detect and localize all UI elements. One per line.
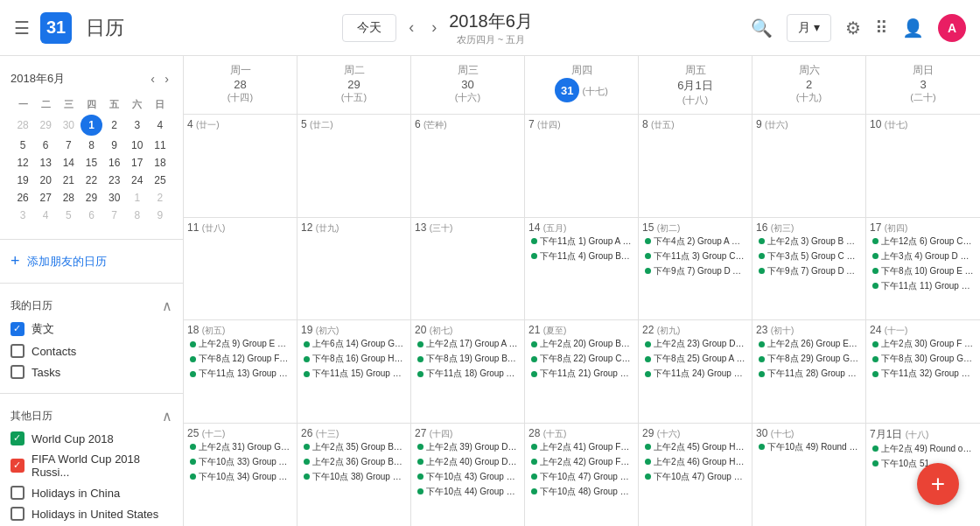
checkbox-fifa[interactable] — [10, 459, 24, 473]
checkbox-contacts[interactable] — [10, 344, 24, 358]
sidebar-item-worldcup[interactable]: World Cup 2018 — [10, 428, 172, 449]
cal-day-cell[interactable]: 13 (三十) — [411, 218, 525, 320]
cal-event[interactable]: 下午11点 21) Group C Fra — [528, 367, 634, 381]
cal-event[interactable]: 下午11点 13) Group G Be — [187, 367, 293, 381]
mini-day[interactable]: 5 — [58, 207, 79, 223]
mini-day[interactable]: 2 — [150, 190, 171, 206]
mini-day[interactable]: 7 — [58, 137, 79, 153]
cal-event[interactable]: 上午6点 14) Group G Tun — [301, 337, 407, 351]
mini-day[interactable]: 26 — [12, 190, 33, 206]
cal-event[interactable]: 上午2点 49) Round of 16: — [870, 442, 976, 456]
cal-day-cell[interactable]: 25 (十二)上午2点 31) Group G Pol下午10点 33) Gro… — [184, 424, 298, 527]
settings-icon[interactable]: ⚙ — [845, 18, 861, 39]
sidebar-item-huangwen[interactable]: 黄文 — [10, 318, 172, 340]
today-button[interactable]: 今天 — [342, 14, 396, 42]
cal-event[interactable]: 下午8点 19) Group B Por — [415, 352, 521, 366]
cal-event[interactable]: 下午10点 49) Round of 16 — [756, 440, 862, 454]
next-button[interactable]: › — [426, 15, 442, 40]
cal-day-cell[interactable]: 20 (初七)上午2点 17) Group A Rus下午8点 19) Grou… — [411, 320, 525, 423]
cal-event[interactable]: 下午10点 44) Group E Me — [415, 485, 521, 499]
mini-day[interactable]: 17 — [127, 155, 148, 171]
mini-cal-next[interactable]: › — [161, 70, 172, 88]
mini-day-today[interactable]: 1 — [80, 115, 102, 136]
mini-day[interactable]: 14 — [58, 155, 79, 171]
cal-event[interactable]: 下午8点 25) Group A Braz — [642, 352, 748, 366]
mini-day[interactable]: 20 — [35, 172, 56, 188]
cal-day-cell[interactable]: 10 (廿七) — [866, 115, 980, 217]
sidebar-item-us-holidays[interactable]: Holidays in United States — [10, 503, 172, 524]
mini-day[interactable]: 21 — [58, 172, 79, 188]
cal-day-cell[interactable]: 12 (廿九) — [298, 218, 411, 320]
cal-day-cell[interactable]: 6 (芒种) — [411, 115, 525, 217]
cal-event[interactable]: 上午2点 36) Group B Spa — [301, 455, 407, 469]
cal-event[interactable]: 下午3点 5) Group C Franc — [756, 249, 862, 263]
cal-day-cell[interactable]: 27 (十四)上午2点 39) Group D Nige上午2点 40) Gro… — [411, 424, 525, 527]
checkbox-huangwen[interactable] — [10, 322, 24, 336]
search-icon[interactable]: 🔍 — [751, 18, 773, 39]
cal-day-cell[interactable]: 26 (十三)上午2点 35) Group B Iran上午2点 36) Gro… — [298, 424, 411, 527]
cal-day-cell[interactable]: 8 (廿五) — [639, 115, 752, 217]
sidebar-item-contacts[interactable]: Contacts — [10, 340, 172, 361]
mini-day[interactable]: 6 — [35, 137, 56, 153]
cal-event[interactable]: 上午2点 30) Group F Gerr — [870, 337, 976, 351]
cal-event[interactable]: 下午8点 16) Group H Col — [301, 352, 407, 366]
cal-event[interactable]: 下午10点 34) Group A Sa — [187, 470, 293, 484]
cal-event[interactable]: 上午2点 42) Group F Swit — [528, 455, 634, 469]
cal-event[interactable]: 上午3点 4) Group D Croat — [870, 249, 976, 263]
cal-event[interactable]: 下午9点 7) Group D Arge — [642, 264, 748, 278]
cal-day-cell[interactable]: 15 (初二)下午4点 2) Group A Egypt下午11点 3) Gro… — [639, 218, 752, 320]
cal-event[interactable]: 下午10点 48) Group G Se — [528, 485, 634, 499]
mini-day[interactable]: 29 — [35, 115, 56, 136]
mini-day[interactable]: 6 — [80, 207, 102, 223]
cal-event[interactable]: 上午2点 3) Group B Portu — [756, 235, 862, 249]
mini-day[interactable]: 30 — [58, 115, 79, 136]
add-friend-button[interactable]: + 添加朋友的日历 — [0, 247, 183, 276]
mini-day[interactable]: 30 — [104, 190, 125, 206]
mini-day[interactable]: 25 — [150, 172, 171, 188]
cal-day-cell[interactable]: 19 (初六)上午6点 14) Group G Tun下午8点 16) Grou… — [298, 320, 411, 423]
cal-day-cell[interactable]: 17 (初四)上午12点 6) Group C Per上午3点 4) Group… — [866, 218, 980, 320]
mini-day[interactable]: 2 — [104, 115, 125, 136]
cal-event[interactable]: 上午2点 41) Group F Serb — [528, 440, 634, 454]
cal-event[interactable]: 上午2点 23) Group D Arge — [642, 337, 748, 351]
cal-event[interactable]: 下午8点 22) Group C Den — [528, 352, 634, 366]
cal-event[interactable]: 下午11点 32) Group H Ja — [870, 367, 976, 381]
mini-day[interactable]: 5 — [12, 137, 33, 153]
cal-event[interactable]: 下午10点 43) Group E So — [415, 470, 521, 484]
cal-event[interactable]: 上午2点 35) Group B Iran — [301, 440, 407, 454]
cal-event[interactable]: 下午8点 30) Group G Eng — [870, 352, 976, 366]
checkbox-china[interactable] — [10, 486, 24, 500]
cal-event[interactable]: 下午10点 33) Group A Un — [187, 455, 293, 469]
mini-day[interactable]: 24 — [127, 172, 148, 188]
cal-day-cell[interactable]: 7 (廿四) — [525, 115, 639, 217]
cal-event[interactable]: 上午12点 6) Group C Per — [870, 235, 976, 249]
sidebar-item-tasks[interactable]: Tasks — [10, 361, 172, 382]
cal-day-cell[interactable]: 16 (初三)上午2点 3) Group B Portu下午3点 5) Grou… — [752, 218, 866, 320]
cal-day-cell[interactable]: 11 (廿八) — [184, 218, 298, 320]
cal-event[interactable]: 下午11点 11) Group F Ge — [870, 279, 976, 293]
mini-day[interactable]: 28 — [12, 115, 33, 136]
checkbox-worldcup[interactable] — [10, 431, 24, 445]
grid-icon[interactable]: ⠿ — [875, 18, 888, 39]
mini-day[interactable]: 8 — [80, 137, 102, 153]
sidebar-item-fifa[interactable]: FIFA World Cup 2018 Russi... — [10, 449, 172, 482]
cal-day-cell[interactable]: 18 (初五)上午2点 9) Group E Brazi下午8点 12) Gro… — [184, 320, 298, 423]
cal-day-cell[interactable]: 14 (五月)下午11点 1) Group A Rus下午11点 4) Grou… — [525, 218, 639, 320]
mini-day[interactable]: 3 — [127, 115, 148, 136]
mini-day[interactable]: 11 — [150, 137, 171, 153]
cal-event[interactable]: 上午2点 26) Group E Serb — [756, 337, 862, 351]
view-button[interactable]: 月 ▾ — [787, 14, 831, 42]
cal-event[interactable]: 下午8点 29) Group G Belg — [756, 352, 862, 366]
cal-day-cell[interactable]: 4 (廿一) — [184, 115, 298, 217]
menu-icon[interactable]: ☰ — [14, 18, 30, 39]
mini-cal-prev[interactable]: ‹ — [147, 70, 158, 88]
fab-button[interactable]: + — [917, 463, 959, 505]
cal-event[interactable]: 上午2点 40) Group D Icel — [415, 455, 521, 469]
cal-day-cell[interactable]: 5 (廿二) — [298, 115, 411, 217]
cal-event[interactable]: 下午11点 4) Group B Mor — [528, 249, 634, 263]
mini-day[interactable]: 3 — [12, 207, 33, 223]
cal-event[interactable]: 下午11点 18) Group A Uni — [415, 367, 521, 381]
mini-day[interactable]: 15 — [80, 155, 102, 171]
cal-event[interactable]: 下午11点 28) Group F Sou — [756, 367, 862, 381]
mini-day[interactable]: 22 — [80, 172, 102, 188]
